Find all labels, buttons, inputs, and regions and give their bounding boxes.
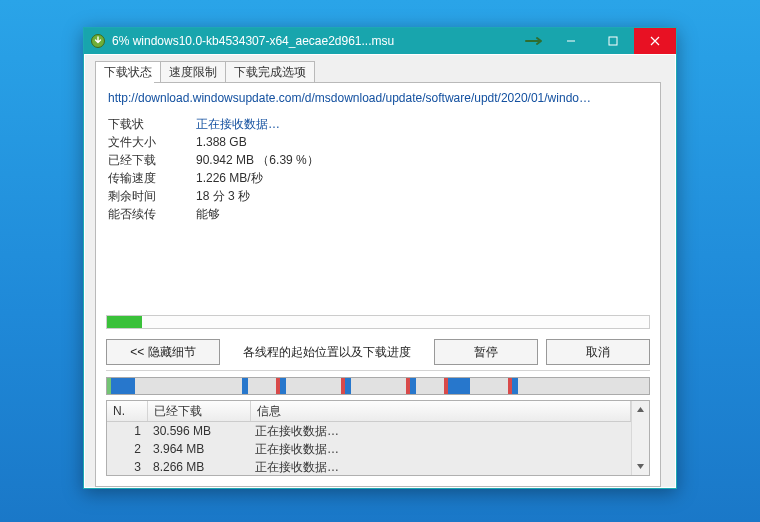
button-row: << 隐藏细节 各线程的起始位置以及下载进度 暂停 取消 xyxy=(106,339,650,365)
pause-label: 暂停 xyxy=(474,344,498,361)
size-label: 文件大小 xyxy=(108,134,196,151)
table-row[interactable]: 130.596 MB正在接收数据… xyxy=(107,422,631,440)
tab-complete-options[interactable]: 下载完成选项 xyxy=(225,61,315,82)
close-button[interactable] xyxy=(634,28,676,54)
segment xyxy=(286,378,341,394)
resume-label: 能否续传 xyxy=(108,206,196,223)
segment xyxy=(416,378,444,394)
cancel-button[interactable]: 取消 xyxy=(546,339,650,365)
cell-n: 1 xyxy=(107,424,147,438)
pause-button[interactable]: 暂停 xyxy=(434,339,538,365)
resume-value: 能够 xyxy=(196,206,220,223)
threads-caption: 各线程的起始位置以及下载进度 xyxy=(220,344,434,361)
table-row[interactable]: 38.266 MB正在接收数据… xyxy=(107,458,631,475)
cancel-label: 取消 xyxy=(586,344,610,361)
cell-info: 正在接收数据… xyxy=(249,441,631,458)
tab-status-label: 下载状态 xyxy=(104,64,152,81)
cell-n: 2 xyxy=(107,442,147,456)
divider xyxy=(106,370,650,371)
tab-panel: http://download.windowsupdate.com/d/msdo… xyxy=(95,82,661,487)
threads-table: N. 已经下载 信息 130.596 MB正在接收数据…23.964 MB正在接… xyxy=(106,400,650,476)
cell-downloaded: 30.596 MB xyxy=(147,424,249,438)
threads-scrollbar[interactable] xyxy=(631,401,649,475)
threads-header: N. 已经下载 信息 xyxy=(107,401,631,422)
app-icon xyxy=(90,33,106,49)
remaining-value: 18 分 3 秒 xyxy=(196,188,250,205)
remaining-label: 剩余时间 xyxy=(108,188,196,205)
cell-info: 正在接收数据… xyxy=(249,459,631,476)
progress-fill xyxy=(107,316,142,328)
status-value: 正在接收数据… xyxy=(196,116,280,133)
col-n-header[interactable]: N. xyxy=(107,401,148,421)
hide-details-label: << 隐藏细节 xyxy=(130,344,195,361)
speed-label: 传输速度 xyxy=(108,170,196,187)
segment xyxy=(470,378,508,394)
segment xyxy=(135,378,243,394)
overall-progress xyxy=(106,315,650,329)
cell-downloaded: 8.266 MB xyxy=(147,460,249,474)
tabs: 下载状态 速度限制 下载完成选项 xyxy=(95,62,314,82)
size-value: 1.388 GB xyxy=(196,135,247,149)
tab-status[interactable]: 下载状态 xyxy=(95,61,161,82)
client-area: 下载状态 速度限制 下载完成选项 http://download.windows… xyxy=(85,55,675,487)
segment-bar xyxy=(106,377,650,395)
segment xyxy=(351,378,406,394)
scroll-down-icon[interactable] xyxy=(632,458,649,475)
hide-details-button[interactable]: << 隐藏细节 xyxy=(106,339,220,365)
window-title: 6% windows10.0-kb4534307-x64_aecae2d961.… xyxy=(112,34,394,48)
tab-speed-label: 速度限制 xyxy=(169,64,217,81)
segment xyxy=(518,378,649,394)
minimize-button[interactable] xyxy=(550,28,592,54)
tab-speed-limit[interactable]: 速度限制 xyxy=(160,61,226,82)
cell-downloaded: 3.964 MB xyxy=(147,442,249,456)
cell-n: 3 xyxy=(107,460,147,474)
col-info-header[interactable]: 信息 xyxy=(251,401,631,421)
table-row[interactable]: 23.964 MB正在接收数据… xyxy=(107,440,631,458)
speed-arrow-icon xyxy=(520,28,550,54)
segment xyxy=(111,378,134,394)
threads-body: 130.596 MB正在接收数据…23.964 MB正在接收数据…38.266 … xyxy=(107,422,631,475)
scroll-up-icon[interactable] xyxy=(632,401,649,418)
svg-rect-1 xyxy=(609,37,617,45)
download-url: http://download.windowsupdate.com/d/msdo… xyxy=(108,91,648,105)
cell-info: 正在接收数据… xyxy=(249,423,631,440)
speed-value: 1.226 MB/秒 xyxy=(196,170,263,187)
downloaded-label: 已经下载 xyxy=(108,152,196,169)
maximize-button[interactable] xyxy=(592,28,634,54)
segment xyxy=(248,378,276,394)
titlebar[interactable]: 6% windows10.0-kb4534307-x64_aecae2d961.… xyxy=(84,28,676,54)
stats-block: 下载状正在接收数据… 文件大小1.388 GB 已经下载90.942 MB （6… xyxy=(108,115,319,223)
download-window: 6% windows10.0-kb4534307-x64_aecae2d961.… xyxy=(83,27,677,489)
tab-complete-label: 下载完成选项 xyxy=(234,64,306,81)
status-label: 下载状 xyxy=(108,116,196,133)
segment xyxy=(448,378,470,394)
col-downloaded-header[interactable]: 已经下载 xyxy=(148,401,251,421)
downloaded-value: 90.942 MB （6.39 %） xyxy=(196,152,319,169)
